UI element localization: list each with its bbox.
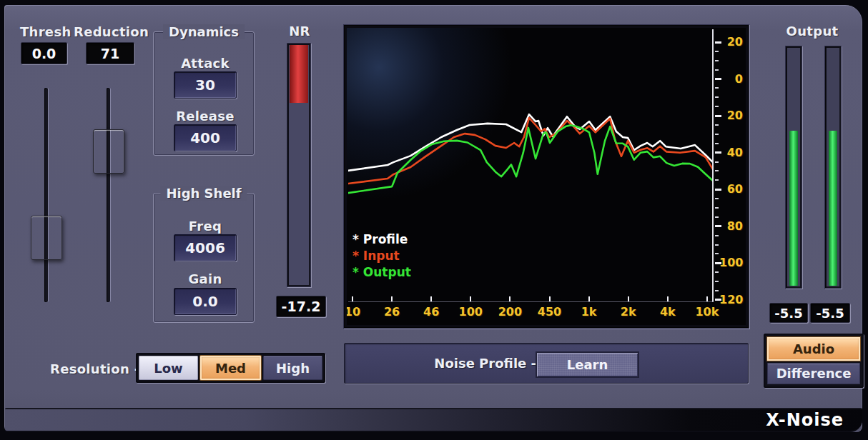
y-tick-minor: [715, 87, 719, 89]
x-tick: [667, 296, 669, 301]
y-tick-label: 40: [719, 146, 743, 159]
attack-field[interactable]: 30: [174, 71, 237, 99]
reduction-fader-handle[interactable]: [93, 129, 124, 174]
y-tick-label: 0: [719, 72, 743, 86]
resolution-button-low[interactable]: Low: [139, 356, 198, 380]
attack-label: Attack: [181, 56, 230, 71]
x-tick: [588, 296, 590, 301]
freq-label: Freq: [189, 219, 222, 234]
y-tick-minor: [715, 235, 719, 236]
y-axis-line: [712, 29, 714, 302]
output-meter-right: [824, 46, 842, 289]
output-value-right: -5.5: [810, 303, 850, 323]
x-tick-label: 10: [347, 305, 369, 319]
x-tick-label: 200: [493, 305, 526, 319]
x-tick: [430, 296, 432, 301]
y-tick-label: 20: [719, 109, 743, 122]
y-tick-minor: [715, 244, 719, 246]
y-tick-minor: [715, 179, 719, 181]
output-meter-left: [785, 46, 802, 289]
gain-field[interactable]: 0.0: [174, 288, 237, 315]
y-tick-minor: [715, 281, 719, 282]
output-meter-left-fill: [789, 131, 798, 286]
plugin-title: X-Noise: [766, 410, 844, 430]
x-tick: [352, 296, 353, 301]
x-axis-line: [348, 301, 714, 302]
y-tick-minor: [715, 198, 719, 199]
nr-value: -17.2: [276, 296, 326, 317]
y-tick-minor: [715, 106, 719, 107]
x-tick-label: 1k: [573, 305, 606, 319]
x-tick-label: 46: [415, 305, 448, 319]
x-tick-label: 450: [533, 305, 566, 319]
reduction-fader-track[interactable]: [107, 88, 110, 302]
output-label: Output: [786, 24, 839, 39]
y-tick-minor: [715, 134, 719, 135]
x-tick-label: 10k: [691, 305, 724, 319]
x-tick: [391, 296, 393, 301]
legend-input: * Input: [352, 249, 400, 263]
monitor-audio-button[interactable]: Audio: [767, 337, 860, 361]
reduction-value[interactable]: 71: [86, 42, 134, 64]
y-tick-minor: [715, 290, 719, 291]
y-tick-minor: [715, 51, 719, 52]
noise-profile-panel: Noise Profile - Learn: [344, 343, 749, 384]
x-tick-label: 2k: [612, 305, 645, 319]
y-tick-minor: [715, 216, 719, 218]
resolution-label: Resolution -: [50, 361, 139, 376]
thresh-value[interactable]: 0.0: [21, 42, 67, 64]
high-shelf-group-label: High Shelf: [160, 186, 247, 201]
y-tick-minor: [715, 207, 719, 209]
x-tick-label: 100: [454, 305, 487, 319]
resolution-group: Low Med High: [136, 353, 325, 383]
spectrum-plot-svg: [348, 29, 713, 302]
y-tick-label: 100: [719, 256, 743, 269]
y-tick-minor: [715, 143, 719, 144]
monitor-difference-button[interactable]: Difference: [767, 363, 860, 385]
y-tick-minor: [715, 271, 719, 273]
noise-profile-label: Noise Profile -: [345, 356, 536, 371]
y-tick-minor: [715, 60, 719, 61]
x-tick-label: 26: [375, 305, 408, 319]
legend-profile: * Profile: [352, 232, 408, 246]
resolution-button-med[interactable]: Med: [200, 356, 261, 380]
y-tick-minor: [715, 69, 719, 71]
release-label: Release: [176, 109, 235, 124]
x-tick: [706, 296, 708, 301]
nr-label: NR: [289, 24, 310, 39]
x-tick: [470, 296, 471, 301]
reduction-label: Reduction: [74, 24, 149, 39]
x-tick: [628, 296, 629, 301]
freq-field[interactable]: 4006: [174, 234, 237, 261]
thresh-fader-handle[interactable]: [31, 216, 62, 260]
title-bar: X-Noise: [5, 408, 862, 432]
nr-meter-fill: [290, 45, 308, 103]
output-value-left: -5.5: [769, 303, 808, 323]
y-tick-label: 20: [719, 35, 743, 49]
x-tick: [549, 296, 551, 301]
spectrum-graph: 20020406080100120 1026461002004501k2k4k1…: [347, 28, 746, 325]
nr-meter: [287, 43, 311, 287]
x-tick: [509, 296, 511, 301]
x-tick-label: 4k: [651, 305, 684, 319]
y-tick-label: 80: [719, 219, 743, 233]
release-field[interactable]: 400: [174, 124, 237, 151]
resolution-button-high[interactable]: High: [263, 356, 322, 380]
y-tick-minor: [715, 96, 719, 98]
monitor-group: Audio Difference: [764, 334, 864, 388]
learn-button[interactable]: Learn: [536, 351, 639, 378]
y-tick-minor: [715, 124, 719, 126]
gain-label: Gain: [188, 271, 222, 286]
output-meter-right-fill: [829, 131, 837, 286]
y-tick-minor: [715, 161, 719, 163]
legend-output: * Output: [352, 265, 411, 279]
spectrum-graph-frame: 20020406080100120 1026461002004501k2k4k1…: [343, 24, 749, 329]
thresh-label: Thresh: [20, 24, 71, 39]
dynamics-group-label: Dynamics: [163, 24, 245, 39]
y-tick-minor: [715, 170, 719, 171]
y-tick-minor: [715, 253, 719, 254]
thresh-fader-track[interactable]: [44, 88, 48, 302]
y-tick-label: 60: [719, 182, 743, 196]
